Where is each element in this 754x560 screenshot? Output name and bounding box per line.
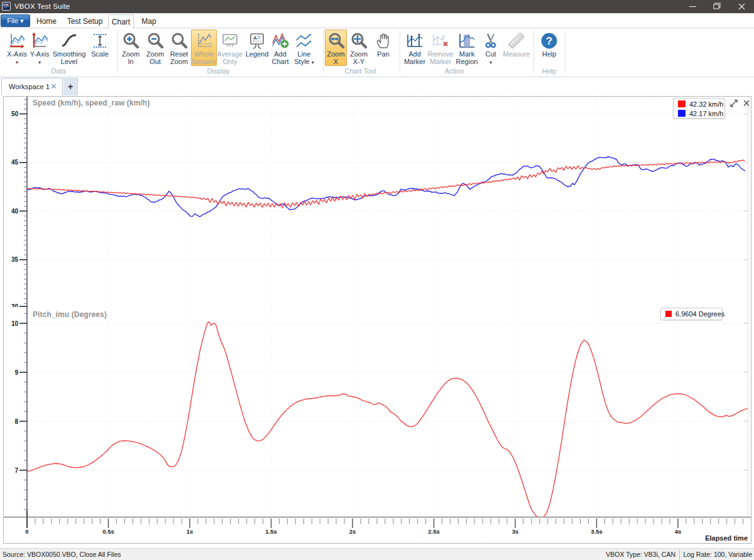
svg-text:35: 35 xyxy=(11,256,19,263)
svg-text:1.5s: 1.5s xyxy=(265,528,277,535)
svg-text:2.5s: 2.5s xyxy=(428,528,440,535)
svg-text:10: 10 xyxy=(11,320,19,327)
svg-text:1s: 1s xyxy=(187,528,194,535)
svg-text:45: 45 xyxy=(11,159,19,166)
svg-text:30: 30 xyxy=(11,303,19,310)
svg-text:0.5s: 0.5s xyxy=(102,528,114,535)
svg-text:4s: 4s xyxy=(675,528,682,535)
svg-text:3s: 3s xyxy=(512,528,519,535)
svg-text:?: ? xyxy=(546,35,552,47)
svg-text:Elapsed time: Elapsed time xyxy=(705,534,748,542)
svg-text:7: 7 xyxy=(14,467,18,474)
svg-text:2s: 2s xyxy=(349,528,356,535)
svg-text:3.5s: 3.5s xyxy=(591,528,603,535)
svg-text:40: 40 xyxy=(11,208,19,215)
svg-text:0: 0 xyxy=(25,528,28,535)
svg-text:8: 8 xyxy=(14,418,18,425)
svg-text:A: A xyxy=(253,35,257,41)
svg-text:50: 50 xyxy=(11,110,19,117)
svg-text:9: 9 xyxy=(14,369,18,376)
